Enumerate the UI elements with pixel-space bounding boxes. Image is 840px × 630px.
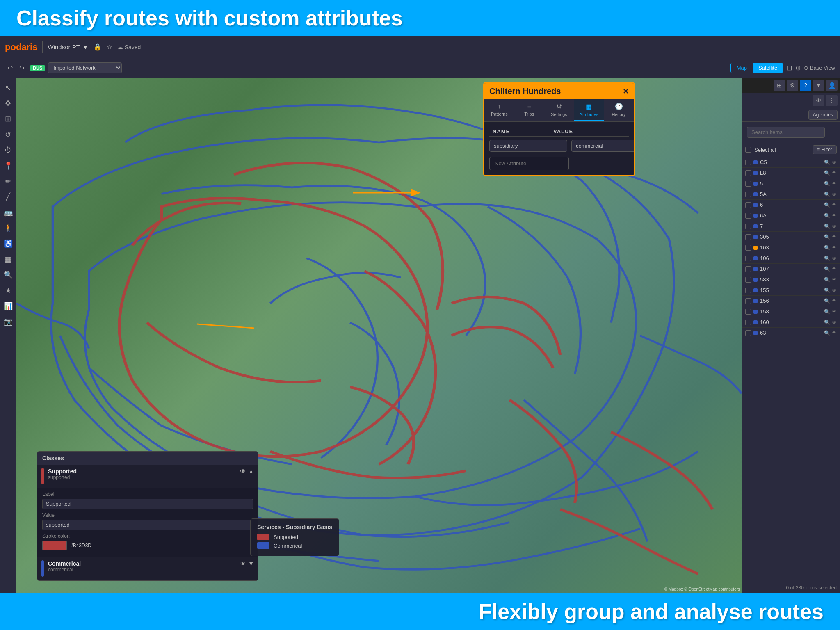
- tab-settings[interactable]: ⚙ Settings: [544, 99, 574, 121]
- route-search-icon[interactable]: 🔍: [824, 202, 830, 208]
- more-icon[interactable]: ⋮: [826, 95, 838, 106]
- line-icon[interactable]: ╱: [2, 190, 15, 203]
- draw-icon[interactable]: ✏: [2, 175, 15, 188]
- tab-trips[interactable]: ≡ Trips: [514, 99, 544, 121]
- new-attribute-input[interactable]: [489, 157, 569, 170]
- redo-button[interactable]: ↪: [17, 63, 27, 73]
- route-checkbox[interactable]: [745, 309, 751, 315]
- base-view-label[interactable]: ⊙ Base View: [804, 65, 835, 71]
- network-select[interactable]: Imported Network: [48, 62, 122, 73]
- route-checkbox[interactable]: [745, 160, 751, 165]
- route-eye-icon[interactable]: 👁: [832, 181, 837, 187]
- route-eye-icon[interactable]: 👁: [832, 256, 837, 261]
- chiltern-close-button[interactable]: ✕: [623, 87, 629, 96]
- route-checkbox[interactable]: [745, 234, 751, 240]
- rotate-icon[interactable]: ↺: [2, 128, 15, 141]
- route-eye-icon[interactable]: 👁: [832, 192, 837, 197]
- class-value-input[interactable]: [42, 520, 253, 530]
- route-eye-icon[interactable]: 👁: [832, 245, 837, 251]
- route-search-icon[interactable]: 🔍: [824, 181, 830, 187]
- pin-icon[interactable]: 📍: [2, 159, 15, 172]
- route-search-icon[interactable]: 🔍: [824, 277, 830, 283]
- class-label-input[interactable]: [42, 499, 253, 509]
- stroke-color-swatch[interactable]: [42, 541, 67, 550]
- route-search-icon[interactable]: 🔍: [824, 288, 830, 293]
- class-eye-btn-supported[interactable]: 👁: [240, 468, 246, 475]
- accessibility-icon[interactable]: ♿: [2, 237, 15, 250]
- route-search-icon[interactable]: 🔍: [824, 298, 830, 304]
- route-eye-icon[interactable]: 👁: [832, 266, 837, 272]
- route-checkbox[interactable]: [745, 192, 751, 197]
- route-eye-icon[interactable]: 👁: [832, 309, 837, 315]
- route-search-icon[interactable]: 🔍: [824, 224, 830, 229]
- satellite-button[interactable]: Satellite: [753, 63, 783, 73]
- tab-patterns[interactable]: ↑ Patterns: [484, 99, 514, 121]
- route-search-icon[interactable]: 🔍: [824, 266, 830, 272]
- route-checkbox[interactable]: [745, 266, 751, 272]
- class-expand-btn-commercial[interactable]: ▼: [248, 560, 254, 567]
- map-button[interactable]: Map: [731, 63, 753, 73]
- route-eye-icon[interactable]: 👁: [832, 170, 837, 176]
- layers-icon[interactable]: ⊞: [2, 112, 15, 126]
- avatar-icon[interactable]: 👤: [826, 80, 838, 91]
- chevron-down-icon[interactable]: ▼: [813, 80, 824, 91]
- route-checkbox[interactable]: [745, 202, 751, 208]
- person-icon[interactable]: 🚶: [2, 221, 15, 235]
- select-icon[interactable]: ↖: [2, 81, 15, 94]
- route-checkbox[interactable]: [745, 256, 751, 261]
- route-search-icon[interactable]: 🔍: [824, 245, 830, 251]
- route-search-icon[interactable]: 🔍: [824, 160, 830, 165]
- route-eye-icon[interactable]: 👁: [832, 320, 837, 325]
- route-checkbox[interactable]: [745, 181, 751, 187]
- search-icon[interactable]: 🔍: [2, 268, 15, 281]
- route-search-icon[interactable]: 🔍: [824, 256, 830, 261]
- time-icon[interactable]: ⏱: [2, 144, 15, 157]
- star-icon[interactable]: ★: [2, 284, 15, 297]
- route-checkbox[interactable]: [745, 213, 751, 219]
- table-icon[interactable]: ▦: [2, 253, 15, 266]
- route-search-icon[interactable]: 🔍: [824, 192, 830, 197]
- route-checkbox[interactable]: [745, 330, 751, 336]
- route-eye-icon[interactable]: 👁: [832, 330, 837, 336]
- search-input[interactable]: [747, 127, 825, 138]
- route-checkbox[interactable]: [745, 277, 751, 283]
- route-search-icon[interactable]: 🔍: [824, 213, 830, 219]
- gear-icon-right[interactable]: ⚙: [787, 80, 798, 91]
- route-eye-icon[interactable]: 👁: [832, 298, 837, 304]
- route-eye-icon[interactable]: 👁: [832, 288, 837, 293]
- route-search-icon[interactable]: 🔍: [824, 320, 830, 325]
- tab-history[interactable]: 🕐 History: [604, 99, 634, 121]
- route-eye-icon[interactable]: 👁: [832, 234, 837, 240]
- route-eye-icon[interactable]: 👁: [832, 160, 837, 165]
- route-eye-icon[interactable]: 👁: [832, 224, 837, 229]
- route-eye-icon[interactable]: 👁: [832, 277, 837, 283]
- puzzle-icon[interactable]: ⊞: [774, 80, 785, 91]
- class-eye-btn-commercial[interactable]: 👁: [240, 560, 246, 567]
- attr-value-input-0[interactable]: [571, 140, 635, 152]
- route-search-icon[interactable]: 🔍: [824, 309, 830, 315]
- agencies-button[interactable]: Agencies: [808, 110, 838, 120]
- route-eye-icon[interactable]: 👁: [832, 213, 837, 219]
- tab-attributes[interactable]: ▦ Attributes: [574, 99, 604, 121]
- route-search-icon[interactable]: 🔍: [824, 170, 830, 176]
- route-checkbox[interactable]: [745, 170, 751, 176]
- route-checkbox[interactable]: [745, 298, 751, 304]
- bus-stop-icon[interactable]: 🚌: [2, 206, 15, 219]
- undo-button[interactable]: ↩: [5, 63, 15, 73]
- class-expand-btn-supported[interactable]: ▲: [248, 468, 254, 475]
- route-checkbox[interactable]: [745, 245, 751, 251]
- select-all-checkbox[interactable]: [745, 147, 751, 153]
- project-name[interactable]: Windsor PT ▼: [48, 43, 88, 50]
- filter-button[interactable]: ≡ Filter: [813, 145, 837, 154]
- route-checkbox[interactable]: [745, 288, 751, 293]
- camera-icon[interactable]: 📷: [2, 315, 15, 328]
- chart-icon[interactable]: 📊: [2, 299, 15, 313]
- route-eye-icon[interactable]: 👁: [832, 202, 837, 208]
- route-search-icon[interactable]: 🔍: [824, 330, 830, 336]
- route-checkbox[interactable]: [745, 320, 751, 325]
- move-icon[interactable]: ✥: [2, 97, 15, 110]
- eye-icon-right[interactable]: 👁: [813, 95, 824, 106]
- route-checkbox[interactable]: [745, 224, 751, 229]
- map-area[interactable]: Classes Supported supported 👁 ▲: [16, 78, 742, 593]
- route-search-icon[interactable]: 🔍: [824, 234, 830, 240]
